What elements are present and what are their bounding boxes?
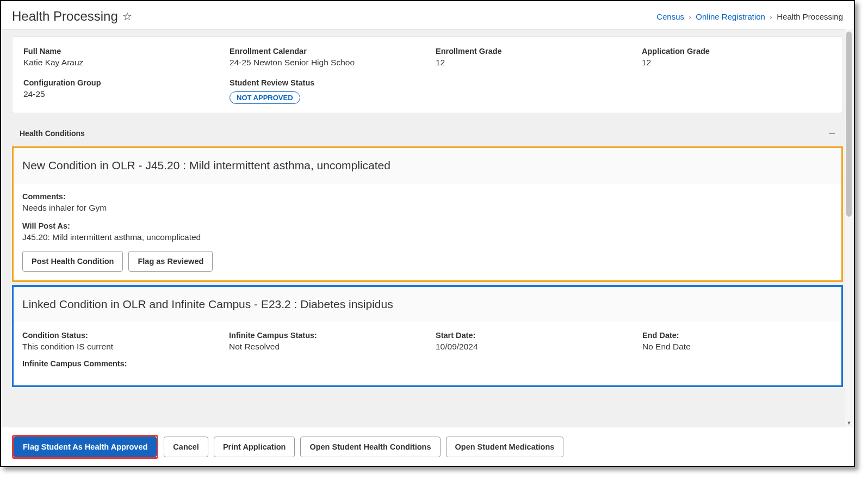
scrollbar[interactable]: ▼ bbox=[845, 29, 853, 427]
flag-student-approved-button[interactable]: Flag Student As Health Approved bbox=[14, 437, 157, 457]
open-health-conditions-button[interactable]: Open Student Health Conditions bbox=[300, 437, 440, 457]
breadcrumb-online-registration[interactable]: Online Registration bbox=[696, 12, 765, 21]
ic-comments-field: Infinite Campus Comments: bbox=[22, 359, 833, 368]
chevron-right-icon: › bbox=[689, 12, 691, 21]
start-date-value: 10/09/2024 bbox=[436, 342, 626, 352]
end-date-value: No End Date bbox=[642, 342, 833, 352]
will-post-value: J45.20: Mild intermittent asthma, uncomp… bbox=[22, 232, 833, 242]
start-date-field: Start Date: 10/09/2024 bbox=[436, 331, 626, 352]
enrollment-grade-label: Enrollment Grade bbox=[436, 47, 625, 56]
comments-value: Needs inhaler for Gym bbox=[22, 203, 833, 213]
content-area: Full Name Katie Kay Arauz Enrollment Cal… bbox=[1, 30, 854, 427]
page-header: Health Processing ☆ Census › Online Regi… bbox=[1, 1, 854, 30]
enrollment-grade-field: Enrollment Grade 12 bbox=[436, 47, 625, 67]
condition-title: Linked Condition in OLR and Infinite Cam… bbox=[14, 287, 841, 322]
breadcrumb-current: Health Processing bbox=[777, 12, 843, 21]
linked-condition-card: Linked Condition in OLR and Infinite Cam… bbox=[12, 285, 843, 387]
condition-status-value: This condition IS current bbox=[22, 342, 213, 352]
full-name-value: Katie Kay Arauz bbox=[23, 58, 213, 67]
cancel-button[interactable]: Cancel bbox=[164, 437, 208, 457]
page-wrapper: Health Processing ☆ Census › Online Regi… bbox=[0, 0, 855, 467]
print-application-button[interactable]: Print Application bbox=[214, 437, 295, 457]
open-medications-button[interactable]: Open Student Medications bbox=[446, 437, 564, 457]
enrollment-grade-value: 12 bbox=[436, 58, 625, 67]
ic-status-value: Not Resolved bbox=[229, 342, 419, 352]
config-group-value: 24-25 bbox=[23, 89, 213, 99]
condition-status-label: Condition Status: bbox=[22, 331, 213, 340]
will-post-field: Will Post As: J45.20: Mild intermittent … bbox=[22, 222, 833, 242]
application-grade-label: Application Grade bbox=[642, 47, 832, 56]
config-group-label: Configuration Group bbox=[23, 78, 213, 87]
review-status-label: Student Review Status bbox=[230, 78, 419, 87]
flag-as-reviewed-button[interactable]: Flag as Reviewed bbox=[128, 251, 213, 272]
review-status-field: Student Review Status NOT APPROVED bbox=[230, 78, 419, 104]
condition-status-field: Condition Status: This condition IS curr… bbox=[22, 331, 213, 352]
status-badge: NOT APPROVED bbox=[230, 91, 300, 104]
post-health-condition-button[interactable]: Post Health Condition bbox=[22, 251, 123, 272]
start-date-label: Start Date: bbox=[436, 331, 626, 340]
comments-label: Comments: bbox=[22, 192, 833, 201]
end-date-field: End Date: No End Date bbox=[642, 331, 833, 352]
health-conditions-header[interactable]: Health Conditions − bbox=[12, 121, 843, 146]
config-group-field: Configuration Group 24-25 bbox=[23, 78, 213, 104]
ic-status-field: Infinite Campus Status: Not Resolved bbox=[229, 331, 419, 352]
favorite-star-icon[interactable]: ☆ bbox=[122, 10, 132, 23]
highlight-box: Flag Student As Health Approved bbox=[12, 435, 158, 459]
full-name-label: Full Name bbox=[23, 47, 213, 56]
scrollbar-thumb[interactable] bbox=[846, 32, 852, 217]
new-condition-card: New Condition in OLR - J45.20 : Mild int… bbox=[12, 146, 843, 282]
full-name-field: Full Name Katie Kay Arauz bbox=[23, 47, 213, 67]
breadcrumb: Census › Online Registration › Health Pr… bbox=[656, 12, 843, 21]
enrollment-calendar-value: 24-25 Newton Senior High Schoo bbox=[230, 58, 419, 67]
footer-action-bar: Flag Student As Health Approved Cancel P… bbox=[1, 427, 854, 466]
scroll-down-arrow-icon[interactable]: ▼ bbox=[845, 419, 853, 427]
comments-field: Comments: Needs inhaler for Gym bbox=[22, 192, 833, 213]
section-title: Health Conditions bbox=[20, 129, 85, 138]
will-post-label: Will Post As: bbox=[22, 222, 833, 230]
enrollment-calendar-field: Enrollment Calendar 24-25 Newton Senior … bbox=[230, 47, 419, 67]
ic-status-label: Infinite Campus Status: bbox=[229, 331, 419, 340]
condition-title: New Condition in OLR - J45.20 : Mild int… bbox=[14, 148, 841, 183]
page-title: Health Processing bbox=[12, 9, 118, 24]
student-info-card: Full Name Katie Kay Arauz Enrollment Cal… bbox=[12, 36, 843, 113]
application-grade-field: Application Grade 12 bbox=[642, 47, 832, 67]
enrollment-calendar-label: Enrollment Calendar bbox=[230, 47, 419, 56]
chevron-right-icon: › bbox=[770, 12, 772, 21]
end-date-label: End Date: bbox=[642, 331, 833, 340]
application-grade-value: 12 bbox=[642, 58, 832, 67]
breadcrumb-census[interactable]: Census bbox=[656, 12, 684, 21]
ic-comments-label: Infinite Campus Comments: bbox=[22, 359, 833, 368]
minus-icon[interactable]: − bbox=[828, 127, 835, 139]
page-title-wrap: Health Processing ☆ bbox=[12, 9, 132, 24]
